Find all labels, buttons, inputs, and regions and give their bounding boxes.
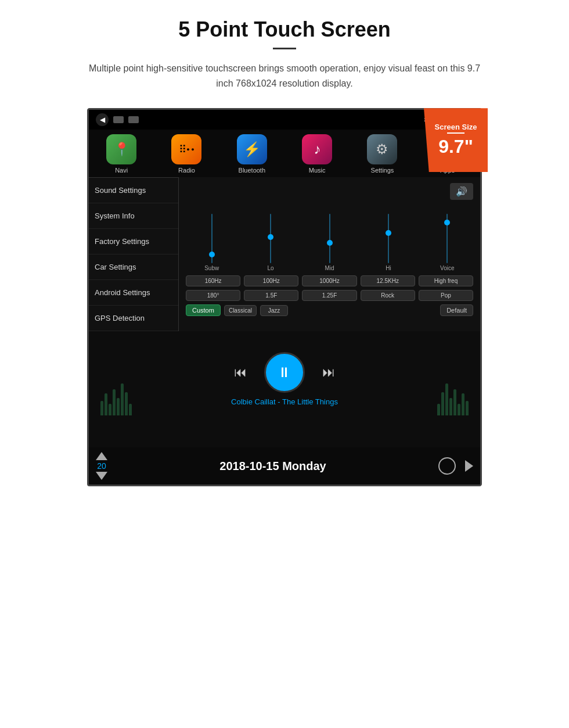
music-controls: ⏮ ⏸ ⏭ — [234, 352, 335, 393]
freq-btn-highfreq[interactable]: High freq — [419, 275, 473, 286]
sidebar-item-factory-settings[interactable]: Factory Settings — [89, 229, 178, 254]
nav-item-music[interactable]: ♪ Music — [291, 134, 343, 177]
radio-icon: ⠿● ● — [171, 134, 201, 164]
back-button[interactable]: ◀ — [96, 113, 109, 126]
play-pause-button[interactable]: ⏸ — [264, 352, 305, 393]
status-left: ◀ — [96, 113, 139, 126]
eq-sliders: Subw Lo Mid — [186, 202, 473, 272]
visualizer-left — [100, 383, 132, 415]
eq-channel-lo: Lo — [244, 214, 296, 272]
device-wrapper: Screen Size 9.7" ◀ ✱ ▲ 08:11 ⋀ 📍 Navi — [87, 108, 482, 486]
preset-btn-jazz[interactable]: Jazz — [260, 305, 288, 316]
freq-btn-1000hz[interactable]: 1000Hz — [302, 275, 356, 286]
preset-btn-rock[interactable]: Rock — [361, 290, 415, 301]
lo-track — [270, 214, 271, 263]
status-icon-2 — [128, 116, 139, 123]
default-button[interactable]: Default — [440, 304, 473, 316]
next-button[interactable]: ⏭ — [322, 365, 335, 380]
sidebar-item-android-settings[interactable]: Android Settings — [89, 280, 178, 306]
hi-label: Hi — [386, 265, 391, 271]
nav-label-music: Music — [309, 167, 326, 177]
eq-bottom-row: Custom Classical Jazz Default — [186, 304, 473, 316]
hi-handle[interactable] — [386, 230, 391, 236]
settings-nav-icon: ⚙ — [367, 134, 397, 164]
preset-btn-pop[interactable]: Pop — [419, 290, 473, 301]
device-screen: ◀ ✱ ▲ 08:11 ⋀ 📍 Navi ⠿● ● Radio ⚡ — [87, 108, 482, 486]
nav-item-settings[interactable]: ⚙ Settings — [356, 134, 408, 177]
visualizer-right — [437, 383, 469, 415]
status-bar: ◀ ✱ ▲ 08:11 ⋀ — [89, 110, 480, 130]
eq-channel-voice: Voice — [422, 214, 473, 272]
volume-up-button[interactable] — [96, 452, 107, 460]
freq-btn-125khz[interactable]: 12.5KHz — [361, 275, 415, 286]
preset-btn-180[interactable]: 180° — [186, 290, 240, 301]
nav-label-radio: Radio — [178, 167, 195, 177]
preset-btn-classical[interactable]: Classical — [224, 305, 257, 316]
prev-button[interactable]: ⏮ — [234, 365, 247, 380]
main-area: Sound Settings System Info Factory Setti… — [89, 177, 480, 331]
mid-handle[interactable] — [327, 240, 333, 246]
page-title: 5 Point Touch Screen — [178, 17, 390, 42]
eq-channel-hi: Hi — [362, 214, 414, 272]
sidebar-item-system-info[interactable]: System Info — [89, 203, 178, 229]
music-nav-icon: ♪ — [302, 134, 332, 164]
badge-divider — [447, 132, 464, 134]
hi-track — [388, 214, 389, 263]
volume-number: 20 — [97, 461, 106, 471]
eq-freq-row-1: 160Hz 100Hz 1000Hz 12.5KHz High freq — [186, 275, 473, 286]
nav-item-bluetooth[interactable]: ⚡ Bluetooth — [226, 134, 278, 177]
subw-label: Subw — [204, 265, 219, 271]
home-button[interactable] — [438, 457, 456, 475]
status-icon-1 — [113, 116, 124, 123]
volume-nav: 20 — [96, 452, 107, 480]
eq-channel-mid: Mid — [304, 214, 355, 272]
datetime-display: 2018-10-15 Monday — [219, 460, 326, 473]
preset-btn-15f[interactable]: 1.5F — [244, 290, 298, 301]
bottom-bar: 20 2018-10-15 Monday — [89, 447, 480, 485]
subw-handle[interactable] — [209, 252, 215, 257]
subtitle: Multiple point high-sensitive touchscree… — [81, 61, 488, 91]
mid-label: Mid — [325, 265, 334, 271]
nav-item-radio[interactable]: ⠿● ● Radio — [160, 134, 213, 177]
lo-label: Lo — [268, 265, 274, 271]
music-player: ⏮ ⏸ ⏭ Colbie Caillat - The Little Things — [89, 331, 480, 447]
eq-panel: 🔊 Subw Lo — [179, 177, 480, 331]
sidebar-item-sound-settings[interactable]: Sound Settings — [89, 177, 178, 203]
sidebar-item-gps-detection[interactable]: GPS Detection — [89, 306, 178, 331]
eq-preset-row-2: 180° 1.5F 1.25F Rock Pop — [186, 290, 473, 301]
voice-handle[interactable] — [444, 220, 450, 225]
title-underline — [273, 48, 296, 49]
badge-value: 9.7" — [438, 136, 473, 157]
badge-label: Screen Size — [435, 123, 477, 131]
nav-label-navi: Navi — [115, 167, 128, 177]
voice-track — [446, 214, 448, 263]
freq-btn-100hz[interactable]: 100Hz — [244, 275, 298, 286]
sidebar-item-car-settings[interactable]: Car Settings — [89, 254, 178, 280]
preset-btn-custom[interactable]: Custom — [186, 304, 221, 316]
voice-label: Voice — [440, 265, 454, 271]
eq-channel-subw: Subw — [186, 214, 237, 272]
volume-down-button[interactable] — [96, 472, 107, 480]
nav-row: 📍 Navi ⠿● ● Radio ⚡ Bluetooth ♪ Music ⚙ … — [89, 130, 480, 177]
navi-icon: 📍 — [106, 134, 136, 164]
sidebar: Sound Settings System Info Factory Setti… — [89, 177, 179, 331]
lo-handle[interactable] — [268, 234, 273, 240]
freq-btn-160hz[interactable]: 160Hz — [186, 275, 240, 286]
bottom-right-controls — [438, 457, 473, 475]
nav-label-bluetooth: Bluetooth — [239, 167, 265, 177]
speaker-button[interactable]: 🔊 — [450, 183, 473, 200]
eq-top: 🔊 — [186, 183, 473, 200]
nav-item-navi[interactable]: 📍 Navi — [95, 134, 147, 177]
subw-track — [211, 214, 213, 263]
preset-btn-125f[interactable]: 1.25F — [302, 290, 356, 301]
mid-track — [329, 214, 330, 263]
forward-button[interactable] — [465, 460, 473, 472]
screen-size-badge: Screen Size 9.7" — [424, 108, 488, 172]
bluetooth-nav-icon: ⚡ — [237, 134, 267, 164]
song-title: Colbie Caillat - The Little Things — [231, 397, 338, 406]
nav-label-settings: Settings — [371, 167, 394, 177]
